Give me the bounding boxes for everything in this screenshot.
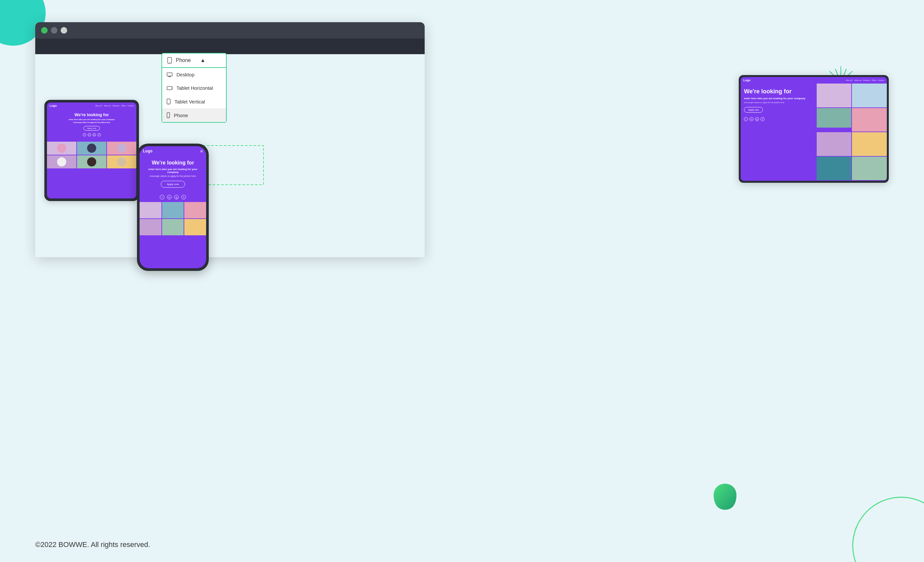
dropdown-item-desktop[interactable]: Desktop — [162, 68, 226, 81]
phone-social: f in ig h — [140, 195, 206, 200]
dropdown-item-tablet-vertical[interactable]: Tablet Vertical — [162, 95, 226, 108]
photo-cell-5 — [77, 155, 106, 168]
right-tablet-nav-links: Why us? About us Reviews Offers Contact — [846, 79, 884, 81]
dropdown-item-phone[interactable]: Phone — [162, 108, 226, 122]
svg-point-16 — [171, 88, 172, 89]
phone-social-h: h — [182, 195, 186, 200]
social-icon-linkedin: in — [88, 133, 91, 137]
rt-photo-3 — [817, 108, 852, 128]
photo-cell-6 — [107, 155, 136, 168]
tablet-left-photo-grid — [47, 142, 136, 168]
phone-apply-button[interactable]: Apply now — [161, 181, 185, 188]
right-tablet-heading: We're looking for — [744, 88, 813, 95]
right-tablet-apply-button[interactable]: Apply now — [744, 107, 763, 113]
phone-body: enourage visitors to apply for the pisit… — [144, 175, 202, 177]
rt-photo-1 — [817, 84, 852, 107]
photo-cell-4 — [47, 155, 76, 168]
svg-point-10 — [169, 62, 170, 63]
right-tablet-content: We're looking for enter here who you are… — [741, 84, 887, 180]
phone-photo-2 — [162, 202, 184, 218]
phone-photo-5 — [162, 219, 184, 235]
browser-dot-green[interactable] — [41, 27, 48, 34]
phone-photo-1 — [140, 202, 162, 218]
rt-social-linkedin: in — [750, 117, 753, 121]
avatar-4 — [57, 157, 66, 167]
tablet-left-body: encourage visitors to apply for the pisi… — [50, 122, 133, 123]
browser-window: Logo Why us? About us Reviews Offers Con… — [35, 22, 424, 257]
phone-nav: Logo ≡ — [140, 146, 206, 156]
phone-logo: Logo — [143, 149, 152, 153]
dropdown-menu: Desktop Tablet Horizontal Tablet Vertica… — [162, 68, 226, 123]
phone-photo-3 — [184, 202, 206, 218]
browser-toolbar — [35, 39, 424, 54]
browser-content: Logo Why us? About us Reviews Offers Con… — [35, 54, 424, 257]
teardrop-decoration — [712, 482, 738, 511]
right-tablet-left-col: We're looking for enter here who you are… — [741, 84, 817, 180]
social-icon-instagram: ig — [93, 133, 96, 137]
right-tablet-body: encourage visitors to apply for the pisi… — [744, 102, 813, 104]
tablet-left-apply-button[interactable]: Apply now — [84, 126, 100, 131]
phone-heading: We're looking for — [144, 160, 202, 166]
footer-text: ©2022 BOWWE. All rights reserved. — [35, 541, 150, 548]
tablet-left-nav: Logo Why us? About us Reviews Offers Con… — [47, 102, 136, 109]
photo-cell-2 — [77, 142, 106, 155]
rt-photo-5 — [817, 132, 852, 156]
phone-photo-6 — [184, 219, 206, 235]
standalone-phone: Logo ≡ We're looking for enter here who … — [137, 144, 209, 271]
phone-icon-selected — [166, 57, 172, 64]
rt-social-instagram: ig — [755, 117, 759, 121]
right-tablet-photo-grid — [817, 84, 887, 180]
phone-photo-grid — [140, 202, 206, 235]
browser-dot-light[interactable] — [61, 27, 67, 34]
right-tablet-nav: Logo Why us? About us Reviews Offers Con… — [741, 77, 887, 84]
phone-social-facebook: f — [160, 195, 164, 200]
right-tablet-subheading: enter here who you are looking for your … — [744, 97, 813, 100]
avatar-1 — [57, 144, 66, 153]
dropdown-selected-label: Phone — [176, 57, 197, 63]
tablet-left-nav-links: Why us? About us Reviews Offers Contact — [95, 105, 134, 107]
social-icon-facebook: f — [83, 133, 86, 137]
tablet-left-heading: We're looking for — [50, 112, 133, 117]
browser-dot-dark[interactable] — [51, 27, 57, 34]
tablet-left-logo: Logo — [50, 104, 57, 107]
avatar-5 — [87, 157, 96, 167]
rt-photo-8 — [852, 157, 887, 180]
device-tablet-left: Logo Why us? About us Reviews Offers Con… — [44, 100, 139, 201]
tablet-horizontal-icon — [166, 86, 172, 90]
browser-titlebar — [35, 22, 424, 39]
desktop-label: Desktop — [177, 72, 194, 77]
page-footer: ©2022 BOWWE. All rights reserved. — [35, 541, 150, 549]
phone-icon-menu — [166, 112, 170, 118]
photo-cell-3 — [107, 142, 136, 155]
standalone-tablet-right: Logo Why us? About us Reviews Offers Con… — [739, 75, 889, 183]
tablet-horizontal-label: Tablet Horizontal — [177, 85, 213, 91]
phone-social-instagram: ig — [174, 195, 179, 200]
tablet-left-social-icons: f in ig h — [50, 133, 133, 137]
bg-arc-right — [852, 497, 924, 562]
device-tablet-left-screen: Logo Why us? About us Reviews Offers Con… — [47, 102, 136, 198]
photo-cell-1 — [47, 142, 76, 155]
avatar-3 — [117, 144, 126, 153]
phone-photo-4 — [140, 219, 162, 235]
desktop-icon — [166, 72, 172, 77]
phone-subheading: enter here who you are looking for your … — [144, 168, 202, 174]
phone-menu-icon: ≡ — [200, 149, 203, 154]
dropdown-selected[interactable]: Phone ▲ — [162, 53, 226, 68]
standalone-tablet-right-screen: Logo Why us? About us Reviews Offers Con… — [741, 77, 887, 181]
avatar-2 — [87, 144, 96, 153]
svg-rect-11 — [167, 73, 172, 76]
right-tablet-social: f in ig h — [744, 117, 813, 121]
tablet-left-subheading: enter here who you are looking for your … — [50, 119, 133, 120]
rt-social-facebook: f — [744, 117, 748, 121]
rt-photo-6 — [852, 132, 887, 156]
avatar-6 — [117, 157, 126, 167]
rt-photo-7 — [817, 157, 852, 180]
svg-point-18 — [168, 103, 169, 104]
tablet-vertical-icon — [166, 99, 171, 104]
standalone-phone-screen: Logo ≡ We're looking for enter here who … — [140, 146, 206, 268]
phone-hero: We're looking for enter here who you are… — [140, 156, 206, 195]
rt-social-h: h — [760, 117, 765, 121]
dropdown-item-tablet-horizontal[interactable]: Tablet Horizontal — [162, 81, 226, 95]
rt-photo-2 — [852, 84, 887, 107]
phone-social-linkedin: in — [167, 195, 171, 200]
